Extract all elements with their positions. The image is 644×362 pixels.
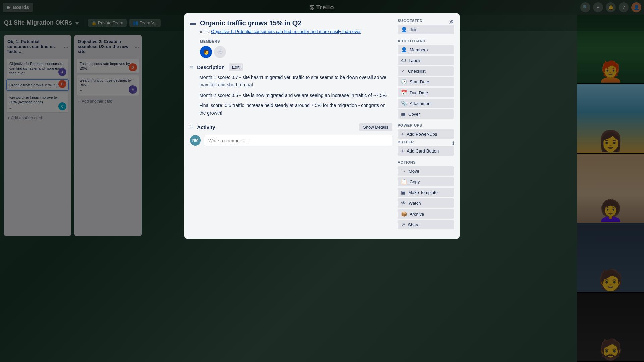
- members-button[interactable]: 👤 Members: [398, 45, 454, 54]
- comment-avatar-initials: NM: [192, 138, 199, 143]
- list-link[interactable]: Objective 1: Potential consumers can fin…: [211, 29, 361, 34]
- move-label: Move: [409, 169, 419, 174]
- checklist-button[interactable]: ✓ Checklist: [398, 66, 454, 76]
- description-content: Month 1 score: 0.7 - site hasn't migrate…: [199, 74, 392, 117]
- due-date-label: Due Date: [410, 90, 428, 95]
- cover-label: Cover: [408, 112, 420, 117]
- checklist-icon: ✓: [401, 68, 405, 74]
- add-member-button[interactable]: +: [214, 46, 226, 58]
- plus-icon-butler: +: [401, 148, 404, 154]
- archive-label: Archive: [410, 212, 424, 217]
- modal-title-area: Organic traffic grows 15% in Q2 in list …: [200, 19, 361, 34]
- members-section-label: MEMBERS: [200, 39, 392, 43]
- add-power-ups-button[interactable]: + Add Power-Ups: [398, 129, 454, 139]
- description-header: ≡ Description Edit: [190, 63, 392, 71]
- start-date-button[interactable]: 🕐 Start Date: [398, 77, 454, 86]
- labels-icon: 🏷: [401, 58, 406, 63]
- attachment-icon: 📎: [401, 101, 407, 106]
- desc-line-2: Month 2 score: 0.5 - site is now migrate…: [199, 92, 392, 99]
- watch-icon: 👁: [401, 200, 406, 206]
- members-btn-label: Members: [410, 47, 428, 52]
- start-date-label: Start Date: [410, 79, 429, 84]
- checklist-btn-label: Checklist: [408, 69, 426, 74]
- join-button[interactable]: 👤 Join: [398, 25, 454, 34]
- actions-label: ACTIONS: [398, 160, 454, 164]
- add-to-card-label: ADD TO CARD: [398, 39, 454, 43]
- due-date-button[interactable]: 📅 Due Date: [398, 88, 454, 97]
- close-icon: ×: [449, 18, 453, 26]
- comment-row: NM: [190, 135, 392, 146]
- show-details-button[interactable]: Show Details: [359, 123, 392, 131]
- in-list-label: in list: [200, 29, 210, 34]
- join-label: Join: [410, 27, 418, 32]
- member-avatar-1[interactable]: 🧑: [200, 46, 212, 58]
- members-icon: 👤: [401, 47, 407, 52]
- copy-button[interactable]: 📋 Copy: [398, 177, 454, 186]
- members-section: MEMBERS 🧑 +: [200, 39, 392, 58]
- activity-header-left: ≡ Activity: [190, 124, 215, 130]
- activity-title: Activity: [197, 124, 215, 130]
- desc-line-3: Final score: 0.5 traffic increase held s…: [199, 102, 392, 117]
- activity-icon: ≡: [190, 124, 193, 130]
- attachment-label: Attachment: [410, 101, 432, 106]
- cover-icon: ▣: [401, 111, 406, 117]
- start-date-icon: 🕐: [401, 79, 407, 84]
- power-ups-label: POWER-UPS: [398, 123, 454, 127]
- labels-button[interactable]: 🏷 Labels: [398, 56, 454, 65]
- description-title: Description: [197, 64, 225, 70]
- watch-label: Watch: [409, 201, 421, 206]
- info-icon[interactable]: ℹ: [452, 140, 454, 146]
- modal-in-list-text: in list Objective 1: Potential consumers…: [200, 29, 361, 34]
- card-type-icon: ▬: [190, 19, 196, 26]
- add-power-ups-label: Add Power-Ups: [407, 132, 437, 137]
- comment-input[interactable]: [204, 135, 392, 146]
- butler-header: BUTLER ℹ: [398, 140, 454, 146]
- share-button[interactable]: ↗ Share: [398, 220, 454, 229]
- desc-line-1: Month 1 score: 0.7 - site hasn't migrate…: [199, 74, 392, 89]
- modal-card-title: Organic traffic grows 15% in Q2: [200, 19, 361, 27]
- card-detail-modal: × ▬ Organic traffic grows 15% in Q2 in l…: [184, 13, 460, 239]
- butler-label: BUTLER: [398, 140, 414, 144]
- archive-button[interactable]: 📦 Archive: [398, 209, 454, 219]
- make-template-label: Make Template: [408, 190, 438, 195]
- move-button[interactable]: → Move: [398, 166, 454, 176]
- attachment-button[interactable]: 📎 Attachment: [398, 99, 454, 108]
- cover-button[interactable]: ▣ Cover: [398, 109, 454, 119]
- description-icon: ≡: [190, 64, 193, 70]
- modal-close-button[interactable]: ×: [445, 17, 456, 27]
- activity-header: ≡ Activity Show Details: [190, 123, 392, 131]
- make-template-icon: ▣: [401, 190, 406, 195]
- plus-icon-power-ups: +: [401, 131, 404, 137]
- copy-label: Copy: [410, 179, 420, 184]
- modal-sidebar: SUGGESTED ⚙ 👤 Join ADD TO CARD 👤 Members…: [398, 19, 454, 231]
- activity-section: ≡ Activity Show Details NM: [190, 123, 392, 146]
- watch-button[interactable]: 👁 Watch: [398, 198, 454, 208]
- modal-header: ▬ Organic traffic grows 15% in Q2 in lis…: [190, 19, 392, 34]
- copy-icon: 📋: [401, 179, 407, 184]
- add-card-button-butler[interactable]: + Add Card Button: [398, 146, 454, 156]
- move-icon: →: [401, 168, 406, 174]
- modal-overlay[interactable]: × ▬ Organic traffic grows 15% in Q2 in l…: [0, 0, 644, 362]
- share-label: Share: [408, 222, 420, 227]
- join-icon: 👤: [401, 27, 407, 32]
- labels-btn-label: Labels: [409, 58, 421, 63]
- comment-avatar: NM: [190, 135, 201, 146]
- share-icon: ↗: [401, 222, 405, 227]
- make-template-button[interactable]: ▣ Make Template: [398, 188, 454, 197]
- archive-icon: 📦: [401, 211, 407, 217]
- modal-main-content: ▬ Organic traffic grows 15% in Q2 in lis…: [190, 19, 392, 231]
- suggested-label: SUGGESTED: [398, 19, 423, 23]
- members-row: 🧑 +: [200, 46, 392, 58]
- due-date-icon: 📅: [401, 90, 407, 95]
- description-edit-button[interactable]: Edit: [229, 63, 243, 71]
- member-avatar-icon: 🧑: [203, 49, 209, 55]
- description-section: ≡ Description Edit Month 1 score: 0.7 - …: [190, 63, 392, 117]
- add-card-button-label: Add Card Button: [407, 148, 439, 154]
